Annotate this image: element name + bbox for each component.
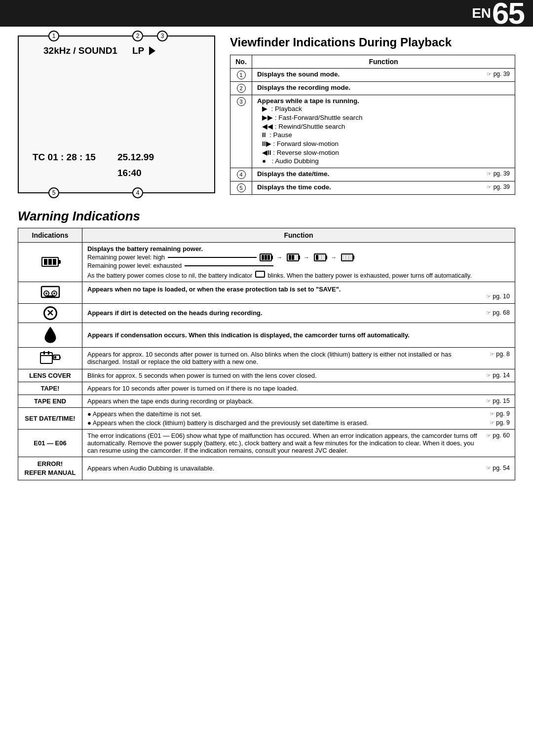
cassette-fn: Appears when no tape is loaded, or when …: [82, 282, 515, 303]
xcircle-fn: Appears if dirt is detected on the heads…: [82, 303, 515, 323]
cassette-icon: [40, 285, 60, 299]
warn-row-e01-e06: E01 — E06 The error indications (E01 — E…: [18, 429, 515, 457]
top-bar: EN 65: [0, 0, 533, 27]
pb-row-5-fn: Displays the time code. pg. 39: [252, 181, 515, 194]
vf-time-label: 16:40: [117, 168, 142, 179]
cassette-indicator: [18, 282, 82, 303]
battery-blink-text: As the battery power comes close to nil,…: [87, 271, 510, 279]
svg-rect-12: [54, 356, 56, 359]
pb-row-1: 1 Displays the sound mode. pg. 39: [230, 68, 515, 81]
set-date-fn: ● Appears when the date/time is not set.…: [82, 407, 515, 429]
x-circle-indicator: ✕: [18, 303, 82, 323]
error-text-ind: ERROR!REFER MANUAL: [18, 457, 82, 480]
cal-battery-fn: Appears for approx. 10 seconds after pow…: [82, 347, 515, 369]
svg-rect-10: [53, 355, 60, 360]
play-arrow-icon: [149, 46, 155, 55]
droplet-fn: Appears if condensation occurs. When thi…: [82, 323, 515, 347]
svg-point-5: [53, 292, 55, 294]
battery-indicator: [18, 242, 82, 282]
callout-2: 2: [132, 31, 143, 41]
top-section: 1 2 3 4 5 32kHz / SOUND1 LP TC 01 : 28 :…: [18, 36, 515, 195]
svg-rect-6: [40, 353, 52, 363]
playback-table: No. Function 1 Displays the sound mode. …: [230, 55, 515, 195]
warning-section-title: Warning Indications: [18, 209, 515, 224]
pb-col-fn: Function: [252, 55, 515, 68]
tape-end-fn: Appears when the tape ends during record…: [82, 395, 515, 407]
pb-row-3-fn: Appears while a tape is running. ▶ : Pla…: [252, 95, 515, 168]
warn-col-fn: Function: [82, 228, 515, 242]
playback-table-section: Viewfinder Indications During Playback N…: [230, 36, 515, 195]
en-prefix: EN: [472, 5, 491, 21]
pb-row-4-fn: Displays the date/time. pg. 39: [252, 168, 515, 181]
warn-row-tape-end: TAPE END Appears when the tape ends duri…: [18, 395, 515, 407]
e01-e06-text-ind: E01 — E06: [18, 429, 82, 457]
x-circle-icon: ✕: [43, 306, 57, 320]
tape-end-text-ind: TAPE END: [18, 395, 82, 407]
svg-rect-9: [48, 351, 49, 355]
viewfinder-box: 1 2 3 4 5 32kHz / SOUND1 LP TC 01 : 28 :…: [18, 36, 215, 193]
tape-fn: Appears for 10 seconds after power is tu…: [82, 382, 515, 395]
e01-e06-fn: The error indications (E01 — E06) show w…: [82, 429, 515, 457]
vf-mode-label: LP: [132, 45, 155, 56]
cal-battery-icon: [40, 350, 61, 365]
warning-table: Indications Function Displays the batt: [18, 228, 515, 480]
svg-rect-11: [60, 357, 61, 359]
pb-row-4-no: 4: [230, 168, 252, 181]
pb-row-3: 3 Appears while a tape is running. ▶ : P…: [230, 95, 515, 168]
vf-sound-label: 32kHz / SOUND1: [43, 45, 117, 56]
warn-row-lens-cover: LENS COVER Blinks for approx. 5 seconds …: [18, 369, 515, 382]
error-fn: Appears when Audio Dubbing is unavailabl…: [82, 457, 515, 480]
warn-row-xcircle: ✕ Appears if dirt is detected on the hea…: [18, 303, 515, 323]
pb-row-2-fn: Displays the recording mode.: [252, 81, 515, 95]
power-level-high: Remaining power level: high → →: [87, 253, 510, 261]
pb-row-4: 4 Displays the date/time. pg. 39: [230, 168, 515, 181]
pb-row-1-no: 1: [230, 68, 252, 81]
svg-rect-3: [45, 295, 55, 297]
book-icon-5: [487, 183, 492, 190]
warn-col-ind: Indications: [18, 228, 82, 242]
cal-battery-indicator: [18, 347, 82, 369]
set-date-text-ind: SET DATE/TIME!: [18, 407, 82, 429]
book-icon: [487, 71, 492, 77]
svg-point-4: [45, 292, 47, 294]
main-content: 1 2 3 4 5 32kHz / SOUND1 LP TC 01 : 28 :…: [0, 27, 533, 495]
tape-text-ind: TAPE!: [18, 382, 82, 395]
callout-4: 4: [132, 187, 143, 198]
battery-icons-row: → → →: [260, 253, 353, 261]
svg-rect-8: [43, 351, 45, 355]
pb-row-3-no: 3: [230, 95, 252, 168]
callout-1: 1: [48, 31, 59, 41]
warn-row-droplet: Appears if condensation occurs. When thi…: [18, 323, 515, 347]
battery-fn: Displays the battery remaining power. Re…: [82, 242, 515, 282]
callout-3: 3: [157, 31, 168, 41]
pb-row-5-no: 5: [230, 181, 252, 194]
callout-5: 5: [48, 187, 59, 198]
playback-section-title: Viewfinder Indications During Playback: [230, 36, 515, 50]
warn-row-set-date: SET DATE/TIME! ● Appears when the date/t…: [18, 407, 515, 429]
viewfinder-container: 1 2 3 4 5 32kHz / SOUND1 LP TC 01 : 28 :…: [18, 36, 215, 195]
page-number: 65: [492, 0, 524, 29]
power-level-exhausted: Remaining power level: exhausted: [87, 262, 510, 269]
pb-row-2: 2 Displays the recording mode.: [230, 81, 515, 95]
warn-row-cassette: Appears when no tape is loaded, or when …: [18, 282, 515, 303]
warn-row-error: ERROR!REFER MANUAL Appears when Audio Du…: [18, 457, 515, 480]
book-icon-4: [487, 170, 492, 177]
vf-tc-label: TC 01 : 28 : 15: [33, 152, 96, 163]
pb-row-1-fn: Displays the sound mode. pg. 39: [252, 68, 515, 81]
vf-date-label: 25.12.99: [117, 152, 154, 163]
warn-row-battery: Displays the battery remaining power. Re…: [18, 242, 515, 282]
lens-cover-fn: Blinks for approx. 5 seconds when power …: [82, 369, 515, 382]
droplet-indicator: [18, 323, 82, 347]
warn-row-cal-battery: Appears for approx. 10 seconds after pow…: [18, 347, 515, 369]
droplet-icon: [43, 325, 58, 343]
pb-row-2-no: 2: [230, 81, 252, 95]
lens-cover-text-ind: LENS COVER: [18, 369, 82, 382]
pb-col-no: No.: [230, 55, 252, 68]
pb-row-5: 5 Displays the time code. pg. 39: [230, 181, 515, 194]
warn-row-tape: TAPE! Appears for 10 seconds after power…: [18, 382, 515, 395]
